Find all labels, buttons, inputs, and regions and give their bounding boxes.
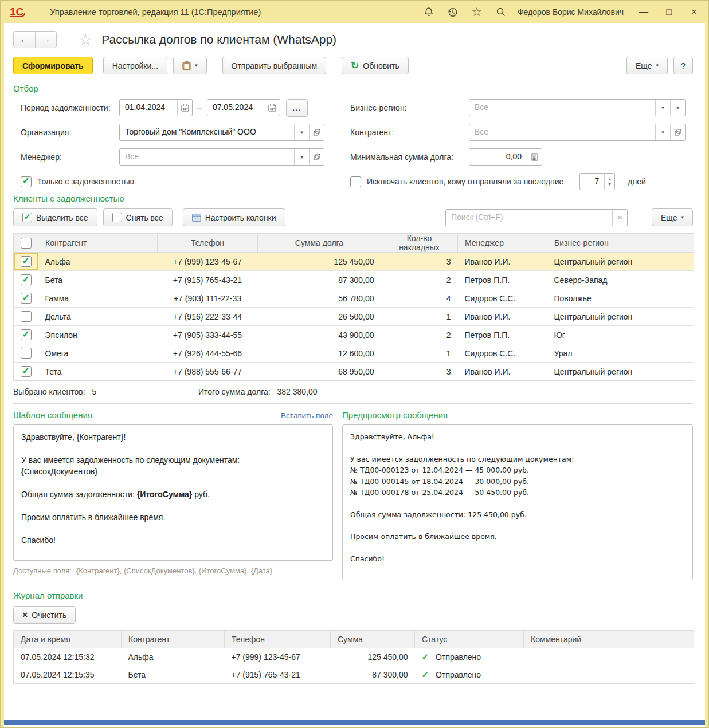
cell[interactable]: +7 (915) 765-43-21 <box>225 666 331 684</box>
table-row[interactable]: 07.05.2024 12:15:35Бета+7 (915) 765-43-2… <box>14 666 694 684</box>
spinner-control[interactable]: ▲ ▼ <box>604 174 614 190</box>
table-row[interactable]: Эпсилон+7 (905) 333-44-5543 900,002Петро… <box>14 326 694 344</box>
clipboard-split-button[interactable]: ▾ <box>173 57 207 74</box>
cell[interactable]: Альфа <box>122 648 225 666</box>
cell[interactable]: 56 780,00 <box>258 289 381 308</box>
cell[interactable]: 87 300,00 <box>331 666 415 684</box>
cell[interactable]: Петров П.П. <box>458 326 547 344</box>
exclude-days-field[interactable]: 7 ▲ ▼ <box>579 173 615 190</box>
template-textarea[interactable]: Здравствуйте, {Контрагент}! У вас имеетс… <box>13 424 333 561</box>
cell[interactable]: +7 (999) 123-45-67 <box>225 648 331 666</box>
column-header[interactable]: Сумма <box>331 631 415 648</box>
cell[interactable]: 1 <box>381 344 458 363</box>
comment-cell[interactable] <box>524 648 694 666</box>
column-header[interactable]: Телефон <box>225 631 331 648</box>
status-cell[interactable]: ✓Отправлено <box>415 666 524 684</box>
chevron-down-icon[interactable]: ▾ <box>294 124 309 140</box>
cell[interactable]: +7 (999) 123-45-67 <box>158 253 258 271</box>
refresh-button[interactable]: ↻ Обновить <box>342 57 409 74</box>
send-selected-button[interactable]: Отправить выбранным <box>222 57 327 74</box>
cell[interactable]: 07.05.2024 12:15:32 <box>14 648 122 666</box>
cell[interactable]: +7 (903) 111-22-33 <box>158 289 258 308</box>
column-header[interactable]: Комментарий <box>524 631 694 648</box>
row-checkbox[interactable] <box>14 326 38 344</box>
history-icon[interactable] <box>446 6 459 18</box>
back-button[interactable]: ← <box>14 32 35 48</box>
column-header[interactable]: Контрагент <box>38 234 158 253</box>
cell[interactable]: Сидоров С.С. <box>458 344 547 363</box>
notifications-bell-icon[interactable] <box>422 6 435 18</box>
journal-table-header[interactable]: Дата и времяКонтрагентТелефонСуммаСтатус… <box>14 631 694 648</box>
row-checkbox[interactable] <box>14 253 38 271</box>
region-field[interactable]: Все ▾ ▾ <box>469 99 686 116</box>
maximize-button[interactable]: □ <box>664 7 674 17</box>
more-button-top[interactable]: Еще ▾ <box>626 57 668 74</box>
manager-field[interactable]: Все ▾ <box>119 148 324 166</box>
row-checkbox[interactable] <box>14 363 38 381</box>
cell[interactable]: Петров П.П. <box>458 271 547 289</box>
row-checkbox[interactable] <box>14 289 38 308</box>
calendar-icon[interactable] <box>177 100 192 116</box>
column-header[interactable]: Статус <box>415 631 524 648</box>
cell[interactable]: Тета <box>38 363 158 381</box>
cell[interactable]: Эпсилон <box>38 326 158 344</box>
cell[interactable]: +7 (905) 333-44-55 <box>158 326 258 344</box>
cell[interactable]: Центральный регион <box>547 308 694 326</box>
cell[interactable]: Юг <box>547 326 694 344</box>
clear-journal-button[interactable]: × Очистить <box>13 606 76 624</box>
cell[interactable]: Бета <box>38 271 158 289</box>
page-favorite-star-icon[interactable]: ☆ <box>79 32 92 48</box>
row-checkbox[interactable] <box>14 344 38 363</box>
table-row[interactable]: Гамма+7 (903) 111-22-3356 780,004Сидоров… <box>14 289 694 308</box>
cell[interactable]: 07.05.2024 12:15:35 <box>14 666 122 684</box>
status-cell[interactable]: ✓Отправлено <box>415 648 524 666</box>
cell[interactable]: 125 450,00 <box>258 253 381 271</box>
cell[interactable]: 68 950,00 <box>258 363 381 381</box>
cell[interactable]: 26 500,00 <box>258 308 381 326</box>
more-button-clients[interactable]: Еще ▾ <box>652 208 693 226</box>
cell[interactable]: Иванов И.И. <box>458 253 547 271</box>
cell[interactable]: Поволжье <box>547 289 694 308</box>
generate-button[interactable]: Сформировать <box>13 57 93 74</box>
cell[interactable]: Дельта <box>38 308 158 326</box>
configure-columns-button[interactable]: Настроить колонки <box>183 208 285 226</box>
cell[interactable]: Альфа <box>38 253 158 271</box>
cell[interactable]: 2 <box>381 326 458 344</box>
open-link-icon[interactable] <box>309 149 324 165</box>
forward-button[interactable]: → <box>35 32 56 48</box>
close-button[interactable]: × <box>689 7 699 17</box>
column-header[interactable]: Сумма долга <box>258 234 381 253</box>
counterparty-field[interactable]: Все ▾ <box>469 124 686 141</box>
select-all-button[interactable]: Выделить все <box>13 208 97 226</box>
cell[interactable]: Сидоров С.С. <box>458 289 547 308</box>
search-input[interactable]: Поиск (Ctrl+F) × <box>445 209 628 226</box>
cell[interactable]: +7 (916) 222-33-44 <box>158 308 258 326</box>
table-row[interactable]: 07.05.2024 12:15:32Альфа+7 (999) 123-45-… <box>14 648 694 666</box>
clients-table-header[interactable]: КонтрагентТелефонСумма долгаКол-во накла… <box>14 234 694 253</box>
chevron-down-icon[interactable]: ▾ <box>655 124 670 140</box>
column-header[interactable]: Кол-во накладных <box>381 234 458 253</box>
column-header[interactable]: Дата и время <box>14 631 122 648</box>
column-header[interactable]: Менеджер <box>458 234 547 253</box>
table-row[interactable]: Омега+7 (926) 444-55-6612 600,001Сидоров… <box>14 344 694 363</box>
column-header[interactable]: Контрагент <box>122 631 225 648</box>
comment-cell[interactable] <box>524 666 694 684</box>
period-options-button[interactable]: ... <box>286 99 308 117</box>
minimize-button[interactable]: — <box>639 7 649 17</box>
header-checkbox[interactable] <box>14 234 38 253</box>
insert-field-link[interactable]: Вставить поле <box>281 411 333 420</box>
cell[interactable]: +7 (915) 765-43-21 <box>158 271 258 289</box>
calculator-icon[interactable] <box>527 149 542 165</box>
table-row[interactable]: Тета+7 (988) 555-66-7768 950,003Иванов И… <box>14 363 694 381</box>
cell[interactable]: 1 <box>381 308 458 326</box>
chevron-down-icon[interactable]: ▾ <box>655 100 670 116</box>
row-checkbox[interactable] <box>14 271 38 289</box>
open-link-icon[interactable] <box>309 124 324 140</box>
calendar-icon[interactable] <box>265 100 280 116</box>
exclude-clients-row[interactable]: Исключать клиентов, кому отправляли за п… <box>347 173 693 190</box>
cell[interactable]: +7 (926) 444-55-66 <box>158 344 258 363</box>
favorites-star-icon[interactable]: ☆ <box>471 6 483 18</box>
column-header[interactable]: Телефон <box>158 234 258 253</box>
cell[interactable]: Иванов И.И. <box>458 363 547 381</box>
cell[interactable]: Северо-Запад <box>547 271 694 289</box>
